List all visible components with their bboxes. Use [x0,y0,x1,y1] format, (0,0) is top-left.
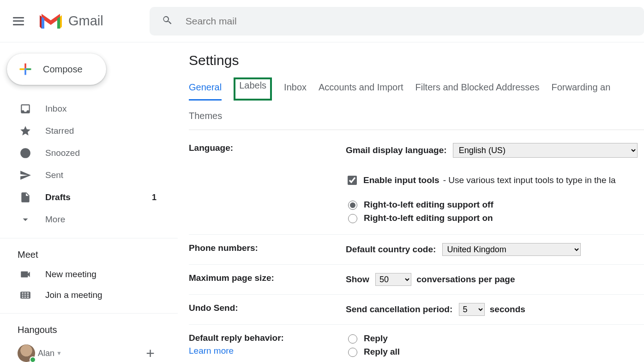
svg-marker-3 [40,15,42,29]
undo-suffix: seconds [490,304,525,314]
svg-marker-0 [42,17,44,29]
avatar[interactable] [18,344,35,362]
search-bar[interactable] [150,7,644,36]
menu-icon[interactable] [13,17,24,25]
svg-rect-7 [24,70,26,75]
learn-more-link[interactable]: Learn more [189,346,234,356]
main-content: Settings General Labels Inbox Accounts a… [178,42,644,362]
sidebar: Compose Inbox Starred Snoozed [0,42,178,362]
setting-phone: Phone numbers: Default country code: Uni… [189,235,644,265]
rtl-off-radio[interactable] [348,201,357,210]
svg-marker-1 [57,17,60,29]
svg-marker-4 [60,15,62,29]
reply-all-option-label: Reply all [364,347,400,357]
rtl-off-label: Right-to-left editing support off [364,200,494,210]
country-code-select[interactable]: United Kingdom [442,243,581,256]
tab-themes[interactable]: Themes [189,109,222,130]
sidebar-item-label: Sent [45,170,63,180]
tab-labels[interactable]: Labels [234,77,272,101]
reply-all-radio[interactable] [348,348,357,357]
sidebar-item-drafts[interactable]: Drafts 1 [0,186,178,208]
sidebar-item-label: More [45,214,65,225]
presence-indicator [30,356,36,362]
compose-button[interactable]: Compose [7,53,106,85]
enable-input-tools-checkbox[interactable] [348,176,357,185]
gmail-logo[interactable]: Gmail [40,13,103,30]
svg-rect-9 [26,68,31,70]
chevron-down-icon [19,214,31,226]
sidebar-item-snoozed[interactable]: Snoozed [0,142,178,164]
video-icon [19,268,31,280]
star-icon [19,125,31,137]
undo-label: Undo Send: [189,303,346,316]
hangouts-section-title: Hangouts [0,314,178,339]
inbox-icon [19,103,31,115]
setting-language: Language: Gmail display language: Englis… [189,130,644,235]
search-input[interactable] [185,15,369,27]
compose-label: Compose [43,64,83,75]
gmail-m-icon [40,13,62,30]
reply-radio[interactable] [348,334,357,344]
phone-label: Phone numbers: [189,243,346,256]
app-header: Gmail [0,0,644,42]
sidebar-item-label: Snoozed [45,148,80,158]
meet-new-meeting[interactable]: New meeting [0,264,178,285]
setting-undo: Undo Send: Send cancellation period: 5 s… [189,295,644,325]
svg-rect-8 [20,68,25,70]
drafts-count: 1 [152,193,156,202]
tab-accounts[interactable]: Accounts and Import [319,80,403,101]
rtl-on-label: Right-to-left editing support on [364,213,493,223]
user-name[interactable]: Alan [38,349,54,358]
product-name: Gmail [68,13,103,29]
search-icon[interactable] [162,15,173,28]
keyboard-icon [19,289,31,301]
caret-down-icon[interactable]: ▼ [56,350,62,356]
enable-input-tools-label: Enable input tools [363,175,439,185]
tab-filters[interactable]: Filters and Blocked Addresses [415,80,539,101]
undo-period-select[interactable]: 5 [459,303,485,316]
reply-option-label: Reply [364,333,388,344]
sidebar-item-label: Drafts [45,192,71,202]
tab-general[interactable]: General [189,80,222,101]
sidebar-item-label: Starred [45,126,74,136]
send-icon [19,169,31,181]
svg-rect-10 [24,68,26,70]
sidebar-item-more[interactable]: More [0,208,178,231]
tab-inbox[interactable]: Inbox [284,80,307,101]
plus-icon [18,62,33,77]
sidebar-item-starred[interactable]: Starred [0,120,178,142]
meet-item-label: Join a meeting [45,290,102,300]
pagesize-select[interactable]: 50 [375,273,411,286]
nav-list: Inbox Starred Snoozed Sent [0,98,178,231]
sidebar-item-sent[interactable]: Sent [0,164,178,186]
clock-icon [19,147,31,159]
display-language-select[interactable]: English (US) [453,143,638,158]
rtl-on-radio[interactable] [348,214,357,223]
undo-prefix: Send cancellation period: [346,304,452,314]
setting-reply: Default reply behavior: Learn more Reply… [189,325,644,362]
tab-forwarding[interactable]: Forwarding an [552,80,611,101]
enable-input-tools-desc: - Use various text input tools to type i… [443,175,616,185]
sidebar-item-label: Inbox [45,104,66,114]
display-language-label: Gmail display language: [346,145,447,155]
pagesize-label: Maximum page size: [189,273,346,286]
meet-item-label: New meeting [45,269,96,279]
svg-rect-6 [24,64,26,69]
reply-label: Default reply behavior: Learn more [189,333,346,360]
meet-section-title: Meet [0,238,178,264]
page-title: Settings [189,53,644,68]
setting-pagesize: Maximum page size: Show 50 conversations… [189,265,644,295]
hangouts-row: Alan ▼ + [0,339,178,362]
pagesize-prefix: Show [346,274,369,284]
pagesize-suffix: conversations per page [416,274,515,284]
settings-tabs: General Labels Inbox Accounts and Import… [189,80,644,130]
language-label: Language: [189,143,346,226]
file-icon [19,191,31,203]
sidebar-item-inbox[interactable]: Inbox [0,98,178,120]
country-code-label: Default country code: [346,244,436,254]
hangouts-add-button[interactable]: + [146,345,155,362]
meet-join-meeting[interactable]: Join a meeting [0,285,178,306]
